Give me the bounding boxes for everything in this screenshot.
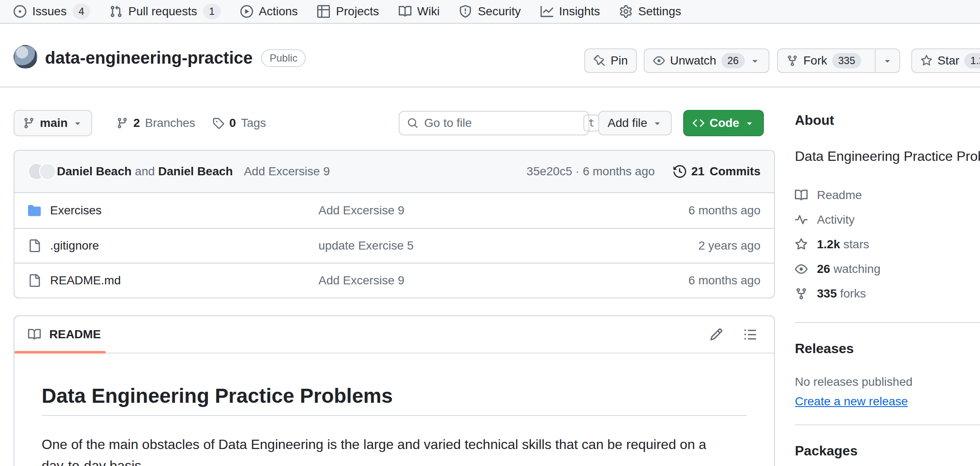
play-icon — [240, 5, 253, 18]
go-to-file-search: t — [399, 111, 589, 135]
tag-icon — [212, 117, 224, 129]
star-icon — [921, 55, 932, 67]
tab-security[interactable]: Security — [452, 1, 527, 22]
shield-icon — [459, 5, 472, 18]
tab-actions[interactable]: Actions — [234, 1, 305, 22]
tab-label: Insights — [559, 5, 600, 18]
go-to-file-input[interactable] — [424, 116, 577, 130]
file-link[interactable]: .gitignore — [50, 239, 99, 253]
readme-paragraph: One of the main obstacles of Data Engine… — [42, 434, 729, 466]
code-label: Code — [710, 116, 739, 130]
sidebar-readme-link[interactable]: Readme — [795, 183, 980, 208]
book-icon — [795, 189, 808, 202]
tags-link[interactable]: 0 Tags — [212, 116, 266, 130]
stat-value: 26 — [817, 262, 830, 275]
file-commit-message[interactable]: Add Excersise 9 — [318, 204, 625, 217]
tab-wiki[interactable]: Wiki — [392, 1, 447, 22]
active-tab-underline — [14, 351, 106, 354]
tags-label: Tags — [241, 116, 266, 130]
pencil-icon[interactable] — [710, 328, 723, 341]
branches-link[interactable]: 2 Branches — [116, 116, 195, 130]
fork-dropdown[interactable] — [875, 49, 899, 72]
tab-projects[interactable]: Projects — [310, 1, 386, 22]
tab-label: Actions — [259, 5, 298, 18]
sidebar-divider — [795, 424, 980, 425]
pin-icon — [594, 55, 605, 67]
fork-count-badge: 335 — [832, 53, 861, 68]
pin-button[interactable]: Pin — [584, 48, 637, 73]
stat-label: watching — [834, 262, 881, 275]
chevron-down-icon — [882, 56, 893, 66]
sidebar-forks-link[interactable]: 335 forks — [795, 281, 980, 306]
tab-issues[interactable]: Issues 4 — [7, 0, 97, 22]
star-count-badge: 1.2k — [964, 53, 980, 68]
git-branch-icon — [116, 117, 128, 129]
repo-description: Data Engineering Practice Problems — [795, 149, 980, 164]
repo-forked-icon — [795, 287, 808, 300]
unwatch-button[interactable]: Unwatch 26 — [644, 48, 769, 73]
file-commit-message[interactable]: Add Excersise 9 — [318, 274, 625, 287]
tab-settings[interactable]: Settings — [613, 1, 688, 22]
commit-history-link[interactable]: 21 Commits — [673, 165, 760, 178]
chevron-down-icon — [750, 56, 760, 66]
code-button[interactable]: Code — [683, 110, 764, 136]
tab-pull-requests[interactable]: Pull requests 1 — [103, 0, 227, 22]
book-icon — [28, 328, 41, 341]
folder-icon — [28, 204, 41, 217]
repo-owner-avatar[interactable] — [14, 45, 37, 69]
star-button[interactable]: Star 1.2k — [911, 48, 980, 73]
keyboard-shortcut-hint: t — [583, 115, 600, 132]
chevron-down-icon — [652, 118, 662, 128]
repo-name[interactable]: data-engineering-practice — [45, 48, 253, 67]
create-release-link[interactable]: Create a new release — [795, 395, 908, 408]
pull-requests-count-badge: 1 — [203, 4, 220, 19]
packages-heading[interactable]: Packages — [795, 443, 980, 459]
file-icon — [28, 274, 41, 287]
chevron-down-icon — [744, 118, 755, 128]
fork-button-main[interactable]: Fork 335 — [778, 49, 870, 72]
tab-label: Settings — [638, 5, 681, 18]
outline-list-icon[interactable] — [743, 328, 757, 341]
sidebar-divider — [795, 322, 980, 323]
tags-count: 0 — [229, 116, 236, 130]
commits-count: 21 — [691, 165, 704, 178]
releases-heading[interactable]: Releases — [795, 341, 980, 357]
readme-tab[interactable]: README — [28, 328, 101, 341]
commit-avatar — [39, 163, 56, 180]
commit-author-link[interactable]: Daniel Beach — [57, 165, 132, 178]
sidebar-activity-link[interactable]: Activity — [795, 208, 980, 232]
file-link[interactable]: README.md — [50, 274, 121, 287]
releases-empty-text: No releases published — [795, 375, 980, 389]
pulse-icon — [795, 213, 808, 226]
stat-label: Readme — [817, 188, 862, 202]
watch-count-badge: 26 — [721, 53, 745, 68]
stat-value: 1.2k — [817, 238, 840, 251]
star-label: Star — [938, 54, 959, 67]
readme-content: Data Engineering Practice Problems One o… — [14, 354, 774, 466]
repo-tab-nav: Issues 4 Pull requests 1 Actions Project… — [0, 0, 980, 24]
table-row: .gitignore update Exercise 5 2 years ago — [14, 228, 774, 263]
stat-label: forks — [840, 287, 866, 300]
commit-sha-time[interactable]: 35e20c5 · 6 months ago — [527, 165, 655, 178]
eye-icon — [653, 55, 665, 67]
sidebar-watching-link[interactable]: 26 watching — [795, 257, 980, 281]
search-icon — [407, 118, 418, 129]
tab-insights[interactable]: Insights — [534, 1, 607, 22]
current-branch: main — [40, 116, 68, 130]
tab-label: Security — [478, 5, 521, 18]
file-link[interactable]: Exercises — [50, 204, 101, 217]
branches-label: Branches — [145, 116, 195, 130]
table-icon — [317, 5, 330, 18]
commit-message-link[interactable]: Add Excersise 9 — [244, 165, 329, 178]
chevron-down-icon — [73, 118, 83, 128]
commit-author-link[interactable]: Daniel Beach — [158, 165, 233, 178]
add-file-label: Add file — [608, 116, 647, 130]
branch-selector[interactable]: main — [14, 110, 92, 136]
book-icon — [399, 5, 411, 18]
sidebar-stars-link[interactable]: 1.2k stars — [795, 232, 980, 257]
issues-count-badge: 4 — [73, 4, 90, 19]
add-file-button[interactable]: Add file — [598, 111, 672, 135]
fork-button: Fork 335 — [777, 48, 900, 73]
file-commit-message[interactable]: update Exercise 5 — [318, 239, 625, 253]
pin-label: Pin — [611, 54, 628, 67]
